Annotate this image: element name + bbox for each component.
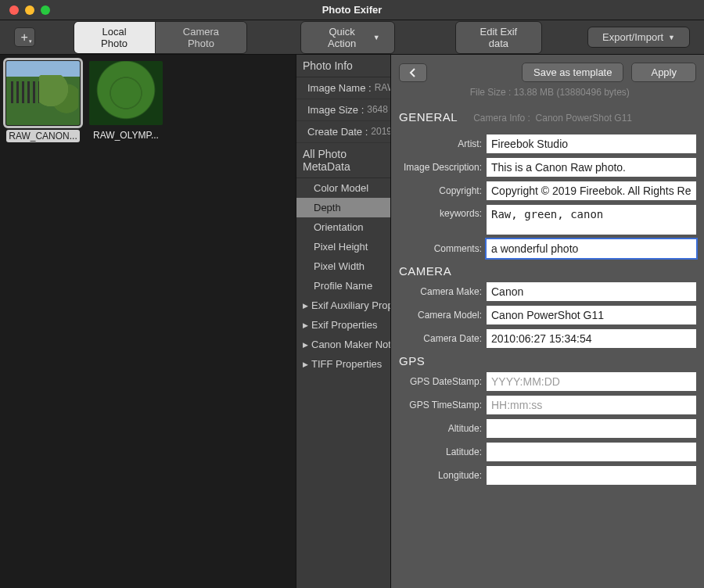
chevron-left-icon: [408, 68, 418, 77]
meta-item-orientation[interactable]: Orientation: [296, 217, 390, 237]
disclosure-icon: ▶: [303, 302, 308, 310]
meta-item-color-model[interactable]: Color Model: [296, 178, 390, 198]
meta-group-canon-maker[interactable]: ▶Canon Maker Notes: [296, 335, 390, 354]
thumbnail-label: RAW_OLYMP...: [89, 130, 163, 141]
thumbnail-item[interactable]: RAW_OLYMP...: [89, 61, 163, 582]
section-general: GENERAL: [399, 110, 458, 124]
meta-item-pixel-height[interactable]: Pixel Height: [296, 237, 390, 256]
main-area: RAW_CANON... RAW_OLYMP... Photo Info Ima…: [0, 55, 704, 588]
tab-local-photo[interactable]: Local Photo: [74, 22, 156, 53]
camera-date-label: Camera Date:: [399, 333, 482, 344]
photo-info-create-date: Create Date : 2019-07-26 02:37:3: [296, 121, 390, 143]
keywords-input[interactable]: [487, 205, 696, 235]
altitude-input[interactable]: [487, 419, 696, 438]
camera-info-line: Camera Info : Canon PowerShot G11: [473, 113, 632, 124]
quick-action-button[interactable]: Quick Action ▼: [300, 21, 394, 54]
source-segmented-control: Local Photo Camera Photo: [74, 21, 248, 54]
image-description-label: Image Description:: [399, 162, 482, 173]
artist-input[interactable]: [487, 134, 696, 153]
disclosure-icon: ▶: [303, 341, 308, 349]
camera-date-input[interactable]: [487, 329, 696, 348]
copyright-label: Copyright:: [399, 185, 482, 196]
artist-label: Artist:: [399, 138, 482, 149]
file-size-info: File Size : 13.88 MB (13880496 bytes): [402, 87, 696, 98]
quick-action-label: Quick Action: [315, 26, 368, 49]
detail-panel: Save as template Apply File Size : 13.88…: [391, 55, 704, 588]
apply-button[interactable]: Apply: [631, 63, 696, 82]
meta-group-tiff[interactable]: ▶TIFF Properties: [296, 354, 390, 374]
section-gps: GPS: [399, 354, 696, 368]
gps-timestamp-label: GPS TimeStamp:: [399, 400, 482, 411]
edit-exif-button[interactable]: Edit Exif data: [455, 21, 541, 54]
meta-item-depth[interactable]: Depth: [296, 198, 390, 217]
meta-item-profile-name[interactable]: Profile Name: [296, 276, 390, 296]
thumbnail-image[interactable]: [6, 61, 80, 125]
gps-timestamp-input[interactable]: [487, 396, 696, 414]
toolbar: + ▾ Local Photo Camera Photo Quick Actio…: [0, 20, 704, 55]
caret-down-icon: ▾: [29, 38, 32, 45]
meta-item-pixel-width[interactable]: Pixel Width: [296, 256, 390, 276]
thumbnail-image[interactable]: [89, 61, 163, 125]
camera-make-input[interactable]: [487, 282, 696, 301]
image-description-input[interactable]: [487, 158, 696, 177]
latitude-label: Latitude:: [399, 446, 482, 457]
plus-icon: +: [21, 31, 28, 44]
disclosure-icon: ▶: [303, 360, 308, 368]
all-meta-header: All Photo MetaData: [296, 143, 390, 178]
camera-model-input[interactable]: [487, 306, 696, 324]
keywords-label: keywords:: [399, 205, 482, 219]
triangle-down-icon: ▼: [668, 34, 675, 41]
disclosure-icon: ▶: [303, 321, 308, 329]
latitude-input[interactable]: [487, 443, 696, 461]
app-title: Photo Exifer: [0, 4, 704, 16]
copyright-input[interactable]: [487, 181, 696, 200]
metadata-panel: Photo Info Image Name : RAW_CANON_POWERS…: [296, 55, 391, 588]
photo-info-header: Photo Info: [296, 55, 390, 77]
camera-make-label: Camera Make:: [399, 286, 482, 297]
photo-info-image-size: Image Size : 3648: [296, 99, 390, 121]
titlebar: Photo Exifer: [0, 0, 704, 20]
camera-model-label: Camera Model:: [399, 310, 482, 321]
meta-group-exif[interactable]: ▶Exif Properties: [296, 315, 390, 335]
photo-info-image-name: Image Name : RAW_CANON_POWERSH: [296, 77, 390, 99]
save-as-template-button[interactable]: Save as template: [522, 63, 623, 82]
longitude-input[interactable]: [487, 466, 696, 485]
gps-datestamp-input[interactable]: [487, 372, 696, 391]
export-import-label: Export/Import: [602, 31, 663, 43]
meta-group-exif-aux[interactable]: ▶Exif Auxiliary Properties: [296, 296, 390, 315]
section-camera: CAMERA: [399, 264, 696, 278]
thumbnail-label: RAW_CANON...: [6, 130, 80, 142]
gps-datestamp-label: GPS DateStamp:: [399, 376, 482, 387]
comments-input[interactable]: [487, 239, 696, 258]
triangle-down-icon: ▼: [373, 34, 380, 41]
comments-label: Comments:: [399, 243, 482, 254]
back-button[interactable]: [399, 63, 427, 82]
longitude-label: Longitude:: [399, 470, 482, 481]
thumbnail-grid: RAW_CANON... RAW_OLYMP...: [0, 55, 296, 588]
add-button[interactable]: + ▾: [14, 27, 35, 47]
export-import-button[interactable]: Export/Import ▼: [587, 27, 690, 48]
tab-camera-photo[interactable]: Camera Photo: [156, 22, 247, 53]
thumbnail-item[interactable]: RAW_CANON...: [6, 61, 80, 582]
altitude-label: Altitude:: [399, 423, 482, 434]
